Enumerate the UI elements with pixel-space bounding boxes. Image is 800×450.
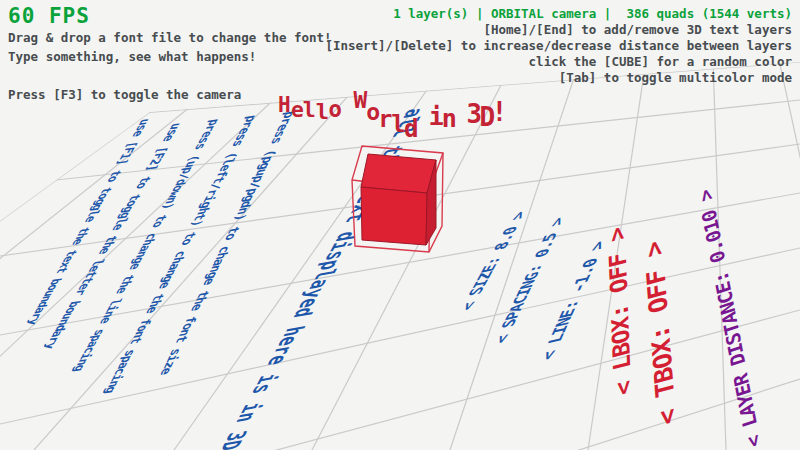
hint-layer-distance: [Insert]/[Delete] to increase/decrease d… bbox=[325, 38, 792, 54]
fps-counter: 60 FPS bbox=[8, 4, 332, 28]
hud-right: 1 layer(s) | ORBITAL camera | 386 quads … bbox=[325, 6, 792, 86]
hint-multicolor: [Tab] to toggle multicolor mode bbox=[325, 70, 792, 86]
hud-left: 60 FPS Drag & drop a font file to change… bbox=[8, 4, 332, 104]
hint-cube-color: click the [CUBE] for a random color bbox=[325, 54, 792, 70]
hint-drag-drop: Drag & drop a font file to change the fo… bbox=[8, 28, 332, 47]
status-line: 1 layer(s) | ORBITAL camera | 386 quads … bbox=[325, 6, 792, 22]
cube-front-face bbox=[361, 187, 427, 245]
hint-camera-toggle: Press [F3] to toggle the camera bbox=[8, 85, 332, 104]
hint-type: Type something, see what happens! bbox=[8, 47, 332, 66]
cube[interactable] bbox=[352, 146, 443, 252]
hint-layers: [Home]/[End] to add/remove 3D text layer… bbox=[325, 22, 792, 38]
cube-top-face bbox=[361, 154, 436, 193]
